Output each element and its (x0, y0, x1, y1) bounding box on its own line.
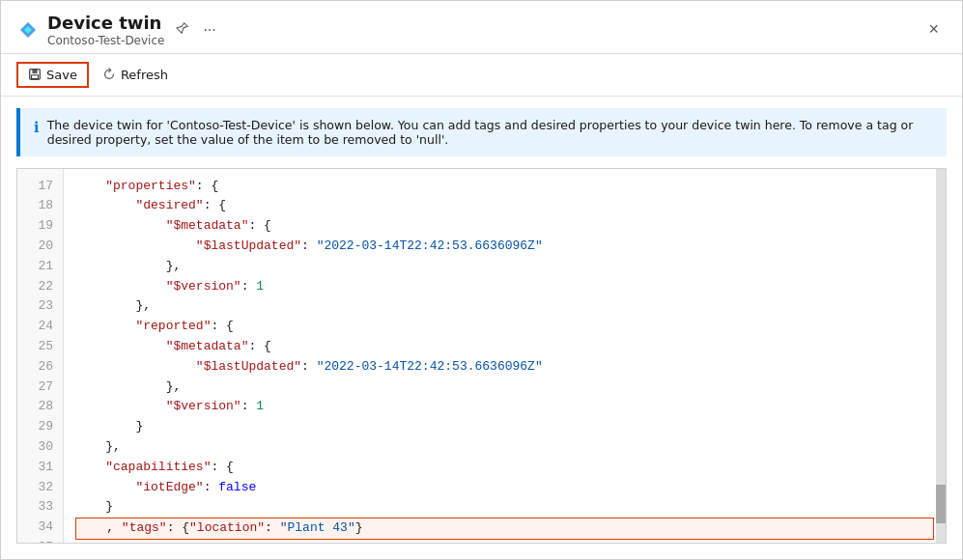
device-twin-panel: Device twin Contoso-Test-Device ··· × (0, 0, 963, 560)
title-block: Device twin Contoso-Test-Device (47, 13, 164, 47)
code-line-21: }, (75, 257, 934, 277)
code-line-26: "$lastUpdated": "2022-03-14T22:42:53.663… (75, 357, 934, 378)
pin-icon (176, 21, 189, 35)
info-icon: ℹ (34, 119, 40, 136)
save-label: Save (46, 68, 77, 82)
azure-icon (16, 18, 40, 42)
panel-subtitle: Contoso-Test-Device (47, 34, 164, 47)
vertical-scrollbar[interactable] (936, 169, 946, 543)
code-line-27: }, (75, 378, 934, 398)
scrollbar-thumb[interactable] (936, 485, 946, 523)
header-left: Device twin Contoso-Test-Device ··· (16, 13, 220, 47)
info-message: The device twin for 'Contoso-Test-Device… (47, 118, 933, 147)
save-icon (28, 68, 42, 81)
code-line-28: "$version": 1 (75, 397, 934, 417)
svg-rect-1 (32, 70, 37, 73)
code-line-34: , "tags": {"location": "Plant 43"} (75, 518, 934, 540)
pin-button[interactable] (172, 17, 193, 42)
svg-rect-2 (32, 75, 39, 79)
code-editor[interactable]: 17 18 19 20 21 22 23 24 25 26 27 28 29 3… (16, 168, 947, 544)
code-line-35: } (75, 540, 934, 543)
save-button[interactable]: Save (16, 62, 89, 88)
more-button[interactable]: ··· (199, 17, 219, 42)
code-line-24: "reported": { (75, 317, 934, 337)
code-line-31: "capabilities": { (75, 458, 934, 478)
code-line-19: "$metadata": { (75, 216, 934, 237)
code-content[interactable]: "properties": { "desired": { "$metadata"… (64, 169, 946, 543)
code-line-29: } (75, 417, 934, 437)
line-numbers: 17 18 19 20 21 22 23 24 25 26 27 28 29 3… (17, 169, 64, 543)
panel-header: Device twin Contoso-Test-Device ··· × (1, 1, 962, 54)
ellipsis-icon: ··· (203, 21, 215, 38)
info-bar: ℹ The device twin for 'Contoso-Test-Devi… (16, 108, 947, 156)
refresh-label: Refresh (121, 68, 168, 82)
code-line-17: "properties": { (75, 177, 934, 197)
code-line-23: }, (75, 296, 934, 317)
code-line-25: "$metadata": { (75, 337, 934, 357)
refresh-icon (102, 68, 116, 81)
refresh-button[interactable]: Refresh (93, 64, 178, 86)
code-line-22: "$version": 1 (75, 277, 934, 297)
code-line-33: } (75, 497, 934, 518)
code-line-20: "$lastUpdated": "2022-03-14T22:42:53.663… (75, 237, 934, 257)
code-line-30: }, (75, 437, 934, 458)
code-line-32: "iotEdge": false (75, 478, 934, 498)
header-icons: ··· (172, 17, 219, 42)
code-line-18: "desired": { (75, 196, 934, 216)
panel-title: Device twin (47, 13, 164, 34)
close-button[interactable]: × (921, 15, 947, 43)
toolbar: Save Refresh (1, 54, 962, 97)
